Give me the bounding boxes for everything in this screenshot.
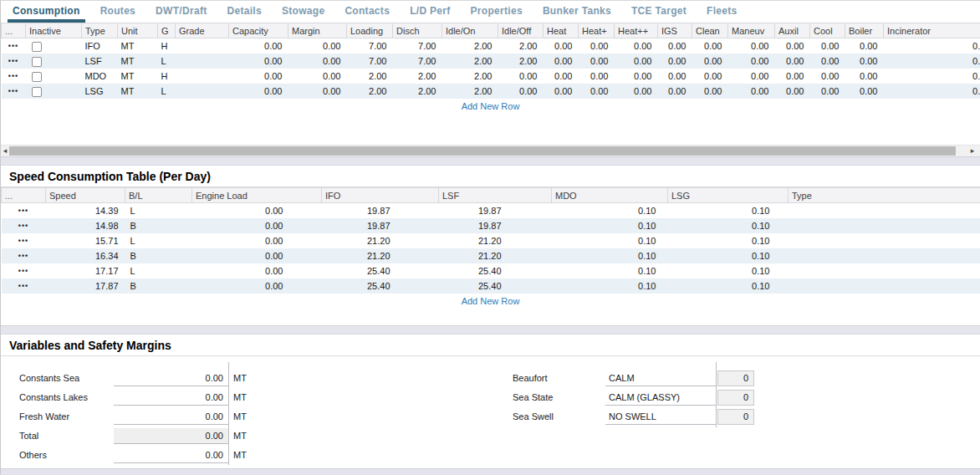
cell-bl[interactable]: L xyxy=(125,263,192,278)
cell-g[interactable]: L xyxy=(158,84,176,99)
scroll-left-icon[interactable]: ◂ xyxy=(1,146,9,156)
cell-type[interactable] xyxy=(789,248,980,263)
cell-boiler[interactable]: 0.00 xyxy=(845,38,884,54)
cell-idle-on[interactable]: 2.00 xyxy=(442,69,498,84)
cell-margin[interactable]: 0.00 xyxy=(288,38,347,54)
cell-type[interactable]: IFO xyxy=(82,38,118,54)
cell-unit[interactable]: MT xyxy=(118,54,158,69)
row-menu-button[interactable]: ••• xyxy=(18,203,28,218)
cell-bl[interactable]: L xyxy=(125,203,192,219)
cell-bl[interactable]: B xyxy=(125,218,192,233)
cell-speed[interactable]: 15.71 xyxy=(46,233,125,248)
cell-type[interactable] xyxy=(789,278,980,294)
cell-engine-load[interactable]: 0.00 xyxy=(192,218,322,233)
scroll-right-icon[interactable]: ▸ xyxy=(968,146,977,156)
cell-capacity[interactable]: 0.00 xyxy=(229,84,288,99)
cell-loading[interactable]: 7.00 xyxy=(347,38,393,54)
row-menu-button[interactable]: ••• xyxy=(18,278,28,294)
cell-g[interactable]: L xyxy=(158,54,176,69)
cell-mdo[interactable]: 0.10 xyxy=(552,248,668,263)
cell-lsg[interactable]: 0.10 xyxy=(668,248,789,263)
horizontal-scrollbar[interactable]: ◂ ▸ xyxy=(1,145,980,156)
cell-heat-plus[interactable]: 0.00 xyxy=(579,54,615,69)
cell-boiler[interactable]: 0.00 xyxy=(845,54,884,69)
inactive-checkbox[interactable] xyxy=(32,87,42,97)
cell-unit[interactable]: MT xyxy=(118,69,158,84)
cell-lsf[interactable]: 19.87 xyxy=(439,218,552,233)
sea-swell-select[interactable]: NO SWELL xyxy=(605,409,716,425)
cell-auxil[interactable]: 0.00 xyxy=(775,84,810,99)
cell-igs[interactable]: 0.00 xyxy=(658,84,692,99)
cell-idle-on[interactable]: 2.00 xyxy=(442,84,498,99)
cell-idle-off[interactable]: 0.00 xyxy=(498,84,544,99)
cell-incinerator[interactable]: 0.00 xyxy=(884,54,980,69)
row-menu-button[interactable]: ••• xyxy=(8,69,18,84)
sea-state-select[interactable]: CALM (GLASSY) xyxy=(605,390,716,406)
cell-boiler[interactable]: 0.00 xyxy=(845,84,884,99)
tab-details[interactable]: Details xyxy=(222,1,266,23)
cell-idle-on[interactable]: 2.00 xyxy=(442,38,498,54)
cell-disch[interactable]: 7.00 xyxy=(393,38,442,54)
cell-grade[interactable] xyxy=(176,54,229,69)
cell-cool[interactable]: 0.00 xyxy=(810,69,845,84)
cell-type[interactable]: MDO xyxy=(82,69,118,84)
cell-maneuv[interactable]: 0.00 xyxy=(728,38,775,54)
cell-ifo[interactable]: 21.20 xyxy=(322,233,439,248)
cell-ifo[interactable]: 19.87 xyxy=(322,218,439,233)
cell-engine-load[interactable]: 0.00 xyxy=(192,278,322,294)
cell-lsf[interactable]: 21.20 xyxy=(439,248,552,263)
row-menu-button[interactable]: ••• xyxy=(18,248,28,263)
cell-heat-plus[interactable]: 0.00 xyxy=(579,69,615,84)
cell-loading[interactable]: 7.00 xyxy=(347,54,393,69)
others-field[interactable]: 0.00 xyxy=(114,447,228,463)
row-menu-button[interactable]: ••• xyxy=(8,84,18,99)
cell-heat[interactable]: 0.00 xyxy=(544,84,579,99)
cell-heat[interactable]: 0.00 xyxy=(544,69,579,84)
cell-incinerator[interactable]: 0.00 xyxy=(884,69,980,84)
cell-ifo[interactable]: 25.40 xyxy=(322,278,439,294)
cell-heat-plus-plus[interactable]: 0.00 xyxy=(615,38,658,54)
cell-auxil[interactable]: 0.00 xyxy=(775,54,810,69)
beaufort-number-field[interactable]: 0 xyxy=(717,370,754,386)
cell-speed[interactable]: 17.17 xyxy=(46,263,125,278)
cell-mdo[interactable]: 0.10 xyxy=(552,203,668,219)
cell-maneuv[interactable]: 0.00 xyxy=(728,84,775,99)
cell-g[interactable]: H xyxy=(158,69,176,84)
cell-idle-off[interactable]: 2.00 xyxy=(498,54,544,69)
row-menu-button[interactable]: ••• xyxy=(18,263,28,278)
cell-mdo[interactable]: 0.10 xyxy=(552,233,668,248)
cell-incinerator[interactable]: 0.00 xyxy=(884,38,980,54)
sea-swell-number-field[interactable]: 0 xyxy=(717,409,754,425)
cell-disch[interactable]: 7.00 xyxy=(393,54,442,69)
sea-state-number-field[interactable]: 0 xyxy=(717,390,754,406)
cell-mdo[interactable]: 0.10 xyxy=(552,278,668,294)
cell-ifo[interactable]: 25.40 xyxy=(322,263,439,278)
add-new-row-link[interactable]: Add New Row xyxy=(462,101,520,111)
cell-grade[interactable] xyxy=(176,69,229,84)
inactive-checkbox[interactable] xyxy=(32,72,42,82)
beaufort-select[interactable]: CALM xyxy=(605,370,716,386)
cell-type[interactable] xyxy=(789,233,980,248)
tab-dwt-draft[interactable]: DWT/Draft xyxy=(151,1,212,23)
cell-lsg[interactable]: 0.10 xyxy=(668,233,789,248)
cell-g[interactable]: H xyxy=(158,38,176,54)
row-menu-button[interactable]: ••• xyxy=(8,54,18,69)
cell-cool[interactable]: 0.00 xyxy=(810,84,845,99)
cell-maneuv[interactable]: 0.00 xyxy=(728,69,775,84)
cell-lsg[interactable]: 0.10 xyxy=(668,218,789,233)
row-menu-button[interactable]: ••• xyxy=(8,38,18,54)
cell-clean[interactable]: 0.00 xyxy=(692,54,728,69)
cell-heat-plus[interactable]: 0.00 xyxy=(579,38,615,54)
cell-lsf[interactable]: 25.40 xyxy=(439,263,552,278)
row-menu-button[interactable]: ••• xyxy=(18,233,28,248)
cell-margin[interactable]: 0.00 xyxy=(288,54,347,69)
cell-heat-plus-plus[interactable]: 0.00 xyxy=(615,69,658,84)
cell-capacity[interactable]: 0.00 xyxy=(229,69,288,84)
cell-speed[interactable]: 14.39 xyxy=(46,203,125,219)
cell-type[interactable]: LSF xyxy=(82,54,118,69)
tab-tce-target[interactable]: TCE Target xyxy=(626,1,692,23)
cell-mdo[interactable]: 0.10 xyxy=(552,218,668,233)
cell-type[interactable]: LSG xyxy=(82,84,118,99)
cell-clean[interactable]: 0.00 xyxy=(692,84,728,99)
cell-margin[interactable]: 0.00 xyxy=(288,84,347,99)
